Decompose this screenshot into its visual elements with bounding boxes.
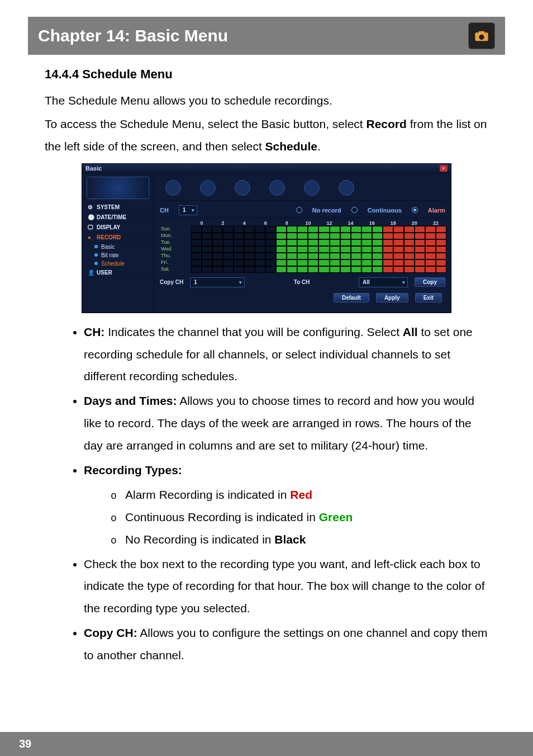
schedule-cell[interactable] <box>425 233 436 239</box>
schedule-cell[interactable] <box>383 266 393 273</box>
schedule-cell[interactable] <box>330 259 340 266</box>
schedule-cell[interactable] <box>212 226 223 233</box>
schedule-cell[interactable] <box>436 233 446 239</box>
schedule-cell[interactable] <box>383 239 393 246</box>
schedule-cell[interactable] <box>223 226 234 233</box>
radio-norecord[interactable] <box>296 207 302 213</box>
schedule-cell[interactable] <box>318 266 329 273</box>
schedule-cell[interactable] <box>244 253 255 259</box>
schedule-cell[interactable] <box>425 253 436 259</box>
schedule-cell[interactable] <box>318 246 329 253</box>
schedule-cell[interactable] <box>308 226 318 233</box>
schedule-cell[interactable] <box>383 253 393 259</box>
schedule-cell[interactable] <box>255 239 265 246</box>
schedule-cell[interactable] <box>297 239 308 246</box>
schedule-cell[interactable] <box>191 259 202 266</box>
schedule-cell[interactable] <box>234 233 244 239</box>
schedule-cell[interactable] <box>244 226 255 233</box>
schedule-cell[interactable] <box>330 233 340 239</box>
schedule-cell[interactable] <box>308 246 318 253</box>
schedule-cell[interactable] <box>202 253 212 259</box>
sidebar-item-record[interactable]: ●RECORD <box>82 233 154 243</box>
schedule-cell[interactable] <box>234 253 244 259</box>
schedule-cell[interactable] <box>393 226 404 233</box>
schedule-cell[interactable] <box>212 246 223 253</box>
schedule-cell[interactable] <box>265 233 276 239</box>
sidebar-item-system[interactable]: ⚙SYSTEM <box>82 202 154 212</box>
schedule-cell[interactable] <box>308 259 318 266</box>
schedule-cell[interactable] <box>351 233 361 239</box>
schedule-cell[interactable] <box>425 246 436 253</box>
schedule-cell[interactable] <box>318 226 329 233</box>
copy-button[interactable]: Copy <box>415 277 445 287</box>
schedule-cell[interactable] <box>393 239 404 246</box>
schedule-cell[interactable] <box>287 259 297 266</box>
schedule-cell[interactable] <box>415 259 425 266</box>
schedule-cell[interactable] <box>415 246 425 253</box>
schedule-cell[interactable] <box>415 266 425 273</box>
schedule-cell[interactable] <box>361 253 372 259</box>
apply-button[interactable]: Apply <box>376 293 408 303</box>
schedule-cell[interactable] <box>340 253 351 259</box>
toolbar-icon[interactable] <box>235 180 250 196</box>
schedule-cell[interactable] <box>234 259 244 266</box>
schedule-cell[interactable] <box>223 239 234 246</box>
schedule-cell[interactable] <box>436 226 446 233</box>
schedule-cell[interactable] <box>372 226 383 233</box>
schedule-cell[interactable] <box>318 233 329 239</box>
schedule-cell[interactable] <box>191 253 202 259</box>
schedule-cell[interactable] <box>234 266 244 273</box>
schedule-cell[interactable] <box>244 246 255 253</box>
schedule-cell[interactable] <box>265 239 276 246</box>
schedule-cell[interactable] <box>340 259 351 266</box>
schedule-cell[interactable] <box>404 246 415 253</box>
schedule-cell[interactable] <box>202 266 212 273</box>
schedule-cell[interactable] <box>383 246 393 253</box>
schedule-cell[interactable] <box>351 259 361 266</box>
schedule-cell[interactable] <box>404 259 415 266</box>
schedule-cell[interactable] <box>404 253 415 259</box>
schedule-cell[interactable] <box>255 259 265 266</box>
schedule-cell[interactable] <box>404 226 415 233</box>
schedule-cell[interactable] <box>436 253 446 259</box>
schedule-cell[interactable] <box>351 266 361 273</box>
schedule-cell[interactable] <box>330 253 340 259</box>
schedule-cell[interactable] <box>223 266 234 273</box>
schedule-cell[interactable] <box>297 266 308 273</box>
schedule-cell[interactable] <box>361 233 372 239</box>
schedule-cell[interactable] <box>308 253 318 259</box>
schedule-cell[interactable] <box>202 239 212 246</box>
schedule-cell[interactable] <box>223 233 234 239</box>
schedule-cell[interactable] <box>297 226 308 233</box>
schedule-cell[interactable] <box>265 266 276 273</box>
schedule-cell[interactable] <box>415 226 425 233</box>
schedule-cell[interactable] <box>191 233 202 239</box>
schedule-cell[interactable] <box>297 259 308 266</box>
close-icon[interactable]: × <box>440 165 448 172</box>
schedule-cell[interactable] <box>393 253 404 259</box>
schedule-cell[interactable] <box>297 246 308 253</box>
schedule-cell[interactable] <box>383 226 393 233</box>
schedule-cell[interactable] <box>372 253 383 259</box>
schedule-cell[interactable] <box>404 233 415 239</box>
schedule-cell[interactable] <box>234 239 244 246</box>
sidebar-item-user[interactable]: 👤USER <box>82 268 154 278</box>
schedule-cell[interactable] <box>276 233 287 239</box>
schedule-cell[interactable] <box>351 253 361 259</box>
sidebar-item-display[interactable]: 🖵DISPLAY <box>82 223 154 233</box>
schedule-cell[interactable] <box>308 266 318 273</box>
schedule-cell[interactable] <box>372 259 383 266</box>
sidebar-sub-bitrate[interactable]: Bit rate <box>82 251 154 259</box>
schedule-cell[interactable] <box>265 259 276 266</box>
default-button[interactable]: Default <box>334 293 369 303</box>
radio-continuous[interactable] <box>351 207 358 213</box>
schedule-cell[interactable] <box>297 233 308 239</box>
schedule-cell[interactable] <box>372 239 383 246</box>
schedule-cell[interactable] <box>393 266 404 273</box>
schedule-cell[interactable] <box>425 239 436 246</box>
schedule-cell[interactable] <box>212 253 223 259</box>
toolbar-icon[interactable] <box>304 180 320 196</box>
sidebar-sub-schedule[interactable]: Schedule <box>82 259 154 268</box>
schedule-cell[interactable] <box>202 259 212 266</box>
toolbar-icon[interactable] <box>200 180 216 196</box>
